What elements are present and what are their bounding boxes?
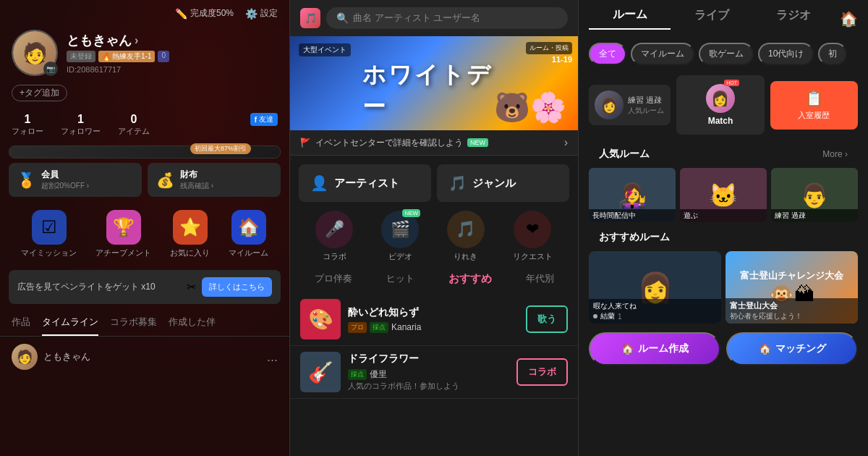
hot-badge: HOT [724,80,739,86]
recommended-title: おすすめルーム [589,228,858,247]
tab-live[interactable]: ライブ [671,8,752,29]
filter-myroom[interactable]: マイルーム [631,43,694,65]
tab-timeline[interactable]: タイムライン [42,316,98,336]
icon-history[interactable]: 🎵 りれき [447,211,485,262]
song-artist-1: Kanaria [391,322,421,332]
tag-score-2: 採点 [348,369,367,380]
profile-chevron[interactable]: › [135,34,138,47]
icon-video[interactable]: 🎬 NEW ビデオ [381,211,419,262]
popular-room-1[interactable]: 👩‍🎤 長時間配信中 [589,168,676,222]
search-bar[interactable]: 🔍 曲名 アーティスト ユーザー名 [326,7,568,29]
favorite-icon: ⭐ [173,210,208,245]
event-bar[interactable]: 🚩 イベントセンターで詳細を確認しよう NEW › [290,130,578,156]
tab-created[interactable]: 作成した伴 [169,316,216,336]
scissors-icon: ✂ [187,280,196,294]
settings-item[interactable]: ⚙️ 設定 [245,7,278,20]
filter-osusume[interactable]: おすすめ [448,272,492,286]
stat-follower[interactable]: 1 フォロワー [61,113,101,137]
action-mission[interactable]: ☑ マイミッション [21,210,77,258]
facebook-badge[interactable]: f 友達 [250,113,278,126]
action-favorite[interactable]: ⭐ お気に入り [170,210,210,258]
filter-teens[interactable]: 10代向け [758,43,814,65]
action-icons: ☑ マイミッション 🏆 アチーブメント ⭐ お気に入り 🏠 マイルーム [0,201,289,267]
stats-row: 1 フォロー 1 フォロワー 0 アイテム f 友達 [0,107,289,143]
popular-room-label-3: 練習 過疎 [771,209,858,222]
timeline-menu[interactable]: ... [267,350,278,365]
popular-more[interactable]: More › [822,149,848,159]
filter-row: プロ伴奏 ヒット おすすめ 年代別 [290,268,578,290]
popular-grid: 👩‍🎤 長時間配信中 🐱 遊ぶ 👨 練習 過疎 [589,168,858,222]
penlight-button[interactable]: 詳しくはこちら [202,277,272,297]
rec-room-2[interactable]: 富士登山チャレンジ大会 🐵🏔 富士登山大会 初心者を応援しよう！ [726,251,858,324]
wallet-card[interactable]: 💰 財布 残高確認 › [148,163,281,197]
matching-button[interactable]: 🏠 マッチング [726,332,858,366]
song-title-2: ドライフラワー [348,352,509,366]
popular-room-2[interactable]: 🐱 遊ぶ [680,168,767,222]
membership-icon: 🏅 [17,172,35,189]
filter-hit[interactable]: ヒット [386,272,414,286]
song-image-1: 🎨 [300,299,341,339]
collab-button-2[interactable]: コラボ [516,358,568,386]
wallet-row: 🏅 会員 超割20%OFF › 💰 財布 残高確認 › [9,163,281,197]
rec-room-1[interactable]: 👩 暇な人来てね 結蘭 1 [589,251,721,324]
rec-room-label-1: 暇な人来てね 結蘭 1 [589,299,721,324]
filter-nendai[interactable]: 年代別 [526,272,554,286]
stat-items[interactable]: 0 アイテム [118,113,150,137]
song-desc-2: 人気のコラボ作品！参加しよう [348,381,509,392]
popular-room-3[interactable]: 👨 練習 過疎 [771,168,858,222]
history-icon: 📋 [805,90,823,107]
create-room-button[interactable]: 🏠 ルーム作成 [589,332,720,366]
stat-follow[interactable]: 1 フォロー [12,113,43,137]
settings-icon: ⚙️ [245,8,258,20]
request-icon: ❤ [514,211,551,248]
avatar[interactable]: 🧑 📷 [12,30,58,76]
tab-collab[interactable]: コラボ募集 [110,316,157,336]
icon-request[interactable]: ❤ リクエスト [513,211,553,262]
profile-info: ともきゃん › 未登録 🔥 熱練友手1-1 0 ID:2088617717 [67,32,278,74]
history-card[interactable]: 📋 入室履歴 [770,81,858,130]
action-achievement[interactable]: 🏆 アチーブメント [95,210,151,258]
matching-icon: 🏠 [759,343,771,355]
penlight-text: 広告を見てペンライトをゲット x10 [17,281,181,293]
banner-label: 大型イベント [299,43,351,56]
history-label: 入室履歴 [798,110,830,121]
completion-item[interactable]: ✏️ 完成度50% [175,7,234,20]
completion-icon: ✏️ [175,8,187,20]
room-practice-avatar: 👩 [595,90,624,119]
event-banner[interactable]: 大型イベント ルーム・投稿 11-19 ホワイトデー 🐻🌸 [290,36,578,130]
popular-title: 人気ルーム More › [589,145,858,164]
create-icon: 🏠 [621,343,634,355]
action-myroom[interactable]: 🏠 マイルーム [229,210,268,258]
panel-rooms: ルーム ライブ ラジオ 🏠 全て マイルーム 歌ゲーム 10代向け 初 👩 練習… [579,0,868,456]
bottom-buttons: 🏠 ルーム作成 🏠 マッチング [579,326,868,371]
timeline-user: 🧑 ともきゃん ... [0,337,289,377]
match-avatar: 👩 HOT [706,84,735,113]
tag-add-button[interactable]: +タグ追加 [12,85,67,101]
tab-room[interactable]: ルーム [589,7,671,30]
filter-all[interactable]: 全て [589,43,626,65]
filter-probansou[interactable]: プロ伴奏 [315,272,352,286]
icon-collab[interactable]: 🎤 コラボ [315,211,353,262]
recommended-grid: 👩 暇な人来てね 結蘭 1 富士登山チャレンジ大会 🐵🏔 [589,251,858,324]
friend-badge: 🔥 熱練友手1-1 [98,51,155,62]
room-practice[interactable]: 👩 練習 過疎 人気ルーム [589,85,671,125]
home-icon[interactable]: 🏠 [840,10,858,28]
panel-discover: 🎵 🔍 曲名 アーティスト ユーザー名 大型イベント ルーム・投稿 11-19 … [289,0,579,456]
category-genre[interactable]: 🎵 ジャンル [437,164,569,202]
discount-banner: 初回最大87%割引 [9,145,281,159]
sing-button-1[interactable]: 歌う [526,305,568,333]
tab-works[interactable]: 作品 [12,316,30,336]
filter-karaoke[interactable]: 歌ゲーム [699,43,754,65]
song-title-1: 酔いどれ知らず [348,306,519,319]
status-badge: 未登録 [67,51,95,62]
membership-card[interactable]: 🏅 会員 超割20%OFF › [9,163,142,197]
song-item-1: 🎨 酔いどれ知らず プロ 採点 Kanaria 歌う [290,293,578,346]
match-card[interactable]: 👩 HOT Match [676,75,764,135]
tab-radio[interactable]: ラジオ [752,8,834,29]
history-icon: 🎵 [447,211,485,248]
popular-rooms: 人気ルーム More › 👩‍🎤 長時間配信中 🐱 遊ぶ 👨 練習 過疎 [579,139,868,225]
profile-id: ID:2088617717 [67,65,278,74]
category-artist[interactable]: 👤 アーティスト [299,164,431,202]
filter-beginner[interactable]: 初 [818,43,847,65]
panel-profile: ✏️ 完成度50% ⚙️ 設定 🧑 📷 ともきゃん › [0,0,289,456]
